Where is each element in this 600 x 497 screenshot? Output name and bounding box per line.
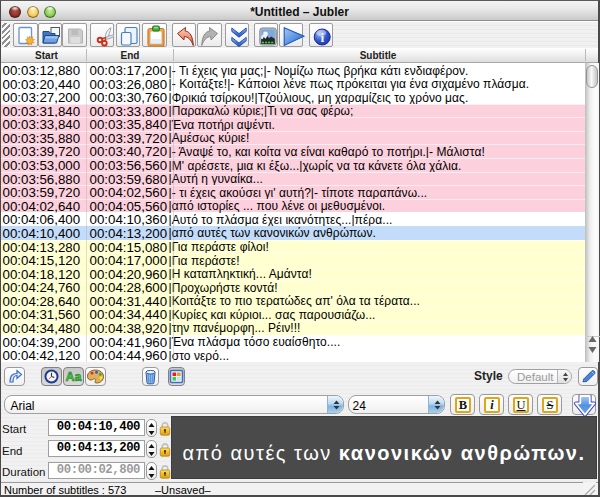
- svg-text:i: i: [320, 30, 324, 45]
- svg-text:Aa: Aa: [66, 370, 83, 384]
